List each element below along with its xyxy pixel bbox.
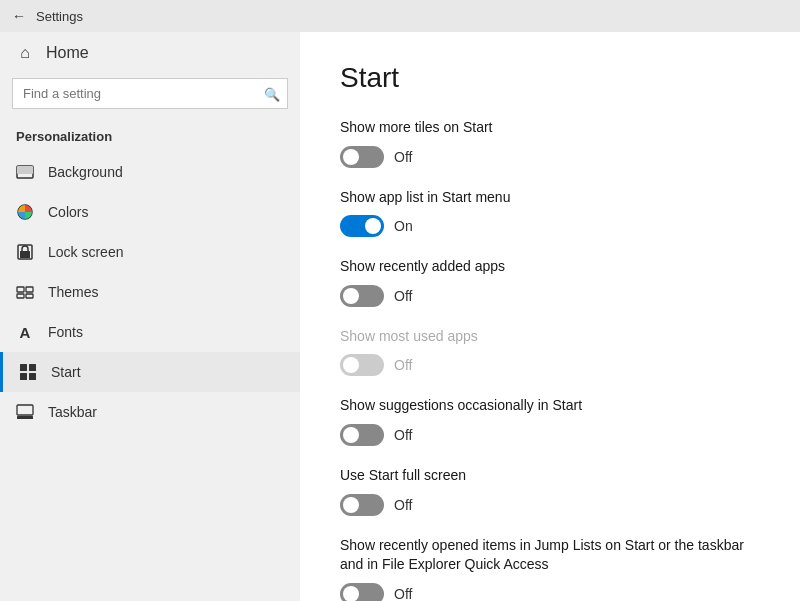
lock-screen-icon (16, 243, 34, 261)
svg-rect-5 (17, 287, 24, 292)
sidebar-item-taskbar-label: Taskbar (48, 404, 97, 420)
setting-suggestions-label: Show suggestions occasionally in Start (340, 396, 760, 416)
setting-recent-items: Show recently opened items in Jump Lists… (340, 536, 760, 601)
taskbar-icon (16, 403, 34, 421)
home-icon: ⌂ (16, 44, 34, 62)
toggle-knob (365, 218, 381, 234)
setting-most-used-label: Show most used apps (340, 327, 760, 347)
title-bar: ← Settings (0, 0, 800, 32)
svg-rect-6 (26, 287, 33, 292)
toggle-more-tiles-state: Off (394, 149, 412, 165)
search-input[interactable] (12, 78, 288, 109)
toggle-full-screen[interactable] (340, 494, 384, 516)
toggle-app-list[interactable] (340, 215, 384, 237)
toggle-recent-items-state: Off (394, 586, 412, 601)
svg-rect-9 (20, 364, 27, 371)
setting-app-list-label: Show app list in Start menu (340, 188, 760, 208)
sidebar-item-home[interactable]: ⌂ Home (0, 32, 300, 74)
toggle-app-list-state: On (394, 218, 413, 234)
setting-most-used: Show most used apps Off (340, 327, 760, 377)
setting-recent-items-label: Show recently opened items in Jump Lists… (340, 536, 760, 575)
page-title: Start (340, 62, 760, 94)
svg-rect-12 (29, 373, 36, 380)
toggle-row-app-list: On (340, 215, 760, 237)
toggle-row-more-tiles: Off (340, 146, 760, 168)
toggle-knob (343, 357, 359, 373)
toggle-suggestions[interactable] (340, 424, 384, 446)
sidebar-item-fonts-label: Fonts (48, 324, 83, 340)
setting-recently-added-label: Show recently added apps (340, 257, 760, 277)
toggle-most-used-state: Off (394, 357, 412, 373)
toggle-recently-added-state: Off (394, 288, 412, 304)
svg-rect-11 (20, 373, 27, 380)
sidebar-search: 🔍 (12, 78, 288, 109)
main-layout: ⌂ Home 🔍 Personalization Background (0, 32, 800, 601)
background-icon (16, 163, 34, 181)
svg-rect-7 (17, 294, 24, 298)
setting-recently-added: Show recently added apps Off (340, 257, 760, 307)
sidebar: ⌂ Home 🔍 Personalization Background (0, 32, 300, 601)
toggle-knob (343, 586, 359, 601)
sidebar-item-colors[interactable]: Colors (0, 192, 300, 232)
setting-more-tiles: Show more tiles on Start Off (340, 118, 760, 168)
svg-rect-8 (26, 294, 33, 298)
content-area: Start Show more tiles on Start Off Show … (300, 32, 800, 601)
toggle-row-recent-items: Off (340, 583, 760, 601)
sidebar-item-taskbar[interactable]: Taskbar (0, 392, 300, 432)
sidebar-section-title: Personalization (0, 121, 300, 152)
toggle-suggestions-state: Off (394, 427, 412, 443)
colors-icon (16, 203, 34, 221)
setting-full-screen: Use Start full screen Off (340, 466, 760, 516)
toggle-row-suggestions: Off (340, 424, 760, 446)
sidebar-item-themes-label: Themes (48, 284, 99, 300)
svg-rect-10 (29, 364, 36, 371)
sidebar-item-fonts[interactable]: A Fonts (0, 312, 300, 352)
sidebar-item-themes[interactable]: Themes (0, 272, 300, 312)
search-icon: 🔍 (264, 86, 280, 101)
svg-rect-14 (17, 416, 33, 419)
toggle-row-recently-added: Off (340, 285, 760, 307)
sidebar-home-label: Home (46, 44, 89, 62)
title-bar-text: Settings (36, 9, 83, 24)
back-button[interactable]: ← (12, 8, 26, 24)
sidebar-item-background[interactable]: Background (0, 152, 300, 192)
sidebar-item-colors-label: Colors (48, 204, 88, 220)
toggle-recent-items[interactable] (340, 583, 384, 601)
toggle-knob (343, 149, 359, 165)
toggle-more-tiles[interactable] (340, 146, 384, 168)
toggle-row-most-used: Off (340, 354, 760, 376)
toggle-knob (343, 427, 359, 443)
themes-icon (16, 283, 34, 301)
sidebar-item-lock-screen-label: Lock screen (48, 244, 123, 260)
setting-suggestions: Show suggestions occasionally in Start O… (340, 396, 760, 446)
sidebar-item-start[interactable]: Start (0, 352, 300, 392)
toggle-full-screen-state: Off (394, 497, 412, 513)
svg-rect-13 (17, 405, 33, 415)
svg-rect-1 (17, 166, 33, 174)
setting-app-list: Show app list in Start menu On (340, 188, 760, 238)
sidebar-item-background-label: Background (48, 164, 123, 180)
toggle-most-used (340, 354, 384, 376)
toggle-knob (343, 497, 359, 513)
sidebar-item-start-label: Start (51, 364, 81, 380)
fonts-icon: A (16, 323, 34, 341)
toggle-recently-added[interactable] (340, 285, 384, 307)
sidebar-item-lock-screen[interactable]: Lock screen (0, 232, 300, 272)
start-icon (19, 363, 37, 381)
toggle-knob (343, 288, 359, 304)
setting-full-screen-label: Use Start full screen (340, 466, 760, 486)
toggle-row-full-screen: Off (340, 494, 760, 516)
svg-rect-4 (20, 251, 30, 258)
setting-more-tiles-label: Show more tiles on Start (340, 118, 760, 138)
